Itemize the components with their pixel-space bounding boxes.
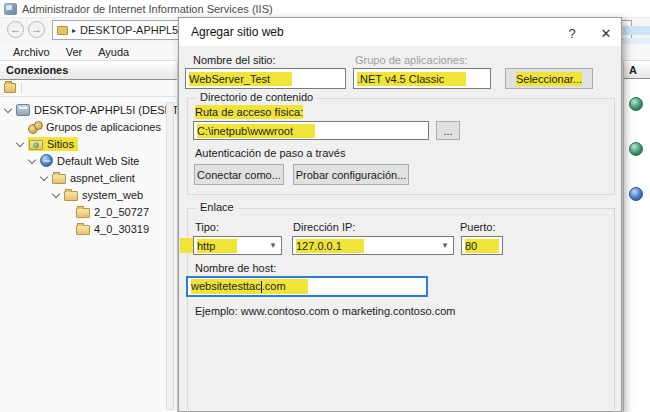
tree-item-2-0-50727[interactable]: 2_0_50727 bbox=[0, 203, 177, 220]
chevron-expanded-icon[interactable] bbox=[4, 105, 13, 114]
tree-item-sitios[interactable]: Sitios bbox=[0, 135, 177, 152]
folder-icon bbox=[76, 225, 90, 235]
app-pool-label: Grupo de aplicaciones: bbox=[355, 54, 468, 66]
host-name-label: Nombre de host: bbox=[195, 262, 276, 274]
select-app-pool-button[interactable]: Seleccionar... bbox=[505, 68, 593, 89]
tree-item-desktop-aphpl5i-desktop[interactable]: DESKTOP-APHPL5I (DESKTOP bbox=[0, 101, 177, 118]
physical-path-input[interactable]: C:\inetpub\wwwroot bbox=[193, 121, 429, 140]
tree-item-label: system_web bbox=[82, 189, 143, 201]
tree-item-system-web[interactable]: system_web bbox=[0, 186, 177, 203]
passthrough-auth-label: Autenticación de paso a través bbox=[195, 147, 345, 159]
host-name-value-pre: websitetesttac bbox=[191, 280, 261, 292]
actions-header: A bbox=[624, 62, 650, 79]
connect-as-button[interactable]: Conectar como... bbox=[194, 164, 284, 185]
app-pool-value: .NET v4.5 Classic bbox=[357, 72, 466, 86]
folder-icon bbox=[52, 174, 66, 184]
tree-item-4-0-30319[interactable]: 4_0_30319 bbox=[0, 220, 177, 237]
address-bar-right-fragment bbox=[623, 26, 650, 35]
tree-item-default-web-site[interactable]: Default Web Site bbox=[0, 152, 177, 169]
port-label: Puerto: bbox=[460, 221, 495, 233]
chevron-none bbox=[64, 224, 73, 233]
chevron-down-icon: ▾ bbox=[439, 239, 451, 252]
sites-icon bbox=[29, 140, 43, 150]
dialog-help-button[interactable]: ? bbox=[557, 24, 587, 42]
dialog-title: Agregar sitio web bbox=[191, 25, 284, 39]
site-name-input[interactable]: WebServer_Test bbox=[185, 68, 346, 89]
globe-icon bbox=[40, 154, 53, 167]
ip-address-label: Dirección IP: bbox=[293, 221, 355, 233]
chevron-none bbox=[64, 207, 73, 216]
tree-item-label: Sitios bbox=[47, 138, 74, 150]
tree-item-label: 4_0_30319 bbox=[94, 223, 149, 235]
server-icon bbox=[16, 104, 30, 116]
globe-browse-icon[interactable] bbox=[629, 97, 643, 111]
tree-item-label: Default Web Site bbox=[57, 155, 139, 167]
chevron-expanded-icon[interactable] bbox=[52, 190, 61, 199]
binding-type-value: http bbox=[197, 239, 237, 253]
menu-ayuda[interactable]: Ayuda bbox=[90, 46, 137, 58]
add-website-dialog: Agregar sitio web ? ✕ Nombre del sitio: … bbox=[178, 17, 622, 412]
tree-item-aspnet-client[interactable]: aspnet_client bbox=[0, 169, 177, 186]
forward-button[interactable]: → bbox=[28, 21, 45, 38]
connections-toolbar bbox=[0, 80, 177, 97]
connections-tree: DESKTOP-APHPL5I (DESKTOPGrupos de aplica… bbox=[0, 97, 177, 237]
site-name-value: WebServer_Test bbox=[189, 72, 292, 86]
tree-item-label: DESKTOP-APHPL5I (DESKTOP bbox=[34, 104, 178, 116]
tree-item-label: Grupos de aplicaciones bbox=[46, 121, 161, 133]
binding-type-dropdown[interactable]: http ▾ bbox=[193, 236, 282, 255]
physical-path-label: Ruta de acceso física: bbox=[195, 106, 303, 118]
breadcrumb-arrow-icon: ▸ bbox=[72, 26, 76, 35]
ip-address-dropdown[interactable]: 127.0.0.1 ▾ bbox=[292, 236, 454, 255]
toolbar-separator bbox=[21, 82, 22, 94]
tree-vertical-scrollbar[interactable] bbox=[166, 102, 174, 410]
chevron-expanded-icon[interactable] bbox=[28, 156, 37, 165]
dialog-close-icon[interactable]: ✕ bbox=[591, 24, 621, 42]
folder-icon bbox=[76, 208, 90, 218]
binding-group-label: Enlace bbox=[196, 201, 238, 213]
app-pool-input[interactable]: .NET v4.5 Classic bbox=[353, 68, 491, 89]
site-name-label: Nombre del sitio: bbox=[193, 54, 276, 66]
host-example-text: Ejemplo: www.contoso.com o marketing.con… bbox=[195, 305, 455, 317]
physical-path-value: C:\inetpub\wwwroot bbox=[197, 124, 315, 138]
chevron-none bbox=[16, 122, 25, 131]
connections-header: Conexiones bbox=[0, 62, 177, 80]
content-directory-group-label: Directorio de contenido bbox=[196, 91, 317, 103]
chevron-expanded-icon[interactable] bbox=[16, 139, 25, 148]
chevron-expanded-icon[interactable] bbox=[40, 173, 49, 182]
back-button[interactable]: ← bbox=[7, 21, 24, 38]
port-value: 80 bbox=[465, 239, 499, 253]
folder-icon bbox=[64, 191, 78, 201]
connections-panel: Conexiones DESKTOP-APHPL5I (DESKTOPGrupo… bbox=[0, 62, 178, 412]
host-name-input[interactable]: websitetesttac.com bbox=[186, 276, 428, 297]
globe-help-icon[interactable] bbox=[629, 187, 643, 201]
iis-app-icon bbox=[4, 3, 17, 15]
tree-item-label: aspnet_client bbox=[70, 172, 135, 184]
chevron-down-icon: ▾ bbox=[267, 239, 279, 252]
save-connection-icon[interactable] bbox=[4, 83, 16, 93]
select-button-label: Seleccionar... bbox=[516, 72, 582, 86]
actions-panel-truncated: A bbox=[623, 62, 650, 412]
test-settings-button[interactable]: Probar configuración... bbox=[293, 164, 409, 185]
host-name-value-post: .com bbox=[262, 280, 308, 292]
apppools-icon bbox=[28, 121, 42, 133]
ip-address-value: 127.0.0.1 bbox=[296, 239, 364, 253]
dialog-titlebar: Agregar sitio web bbox=[179, 18, 621, 46]
browse-path-button[interactable]: ... bbox=[436, 121, 460, 140]
breadcrumb[interactable]: DESKTOP-APHPL5 bbox=[80, 24, 178, 36]
window-titlebar: Administrador de Internet Information Se… bbox=[0, 0, 650, 18]
tree-item-label: 2_0_50727 bbox=[94, 206, 149, 218]
globe-browse-icon[interactable] bbox=[629, 142, 643, 156]
tree-item-grupos-de-aplicaciones[interactable]: Grupos de aplicaciones bbox=[0, 118, 177, 135]
binding-type-label: Tipo: bbox=[195, 221, 219, 233]
port-input[interactable]: 80 bbox=[461, 236, 503, 255]
site-folder-icon bbox=[57, 26, 68, 35]
highlight-marker: Sitios bbox=[28, 137, 78, 151]
window-title: Administrador de Internet Information Se… bbox=[22, 3, 273, 15]
menu-archivo[interactable]: Archivo bbox=[0, 46, 58, 58]
menu-ver[interactable]: Ver bbox=[58, 46, 91, 58]
